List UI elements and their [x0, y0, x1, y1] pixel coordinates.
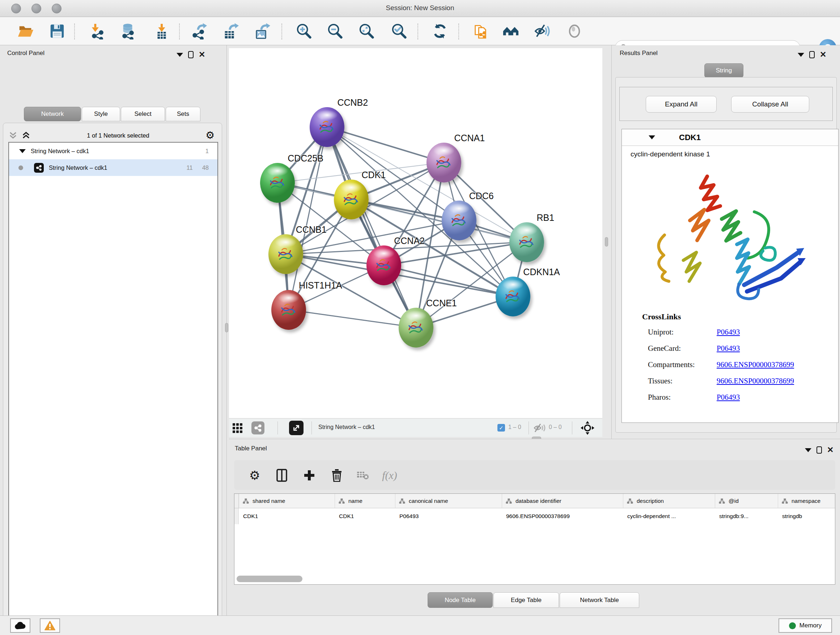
export-table-icon[interactable]: [221, 22, 240, 41]
horizontal-scrollbar[interactable]: [237, 576, 302, 582]
tree-row-collection[interactable]: String Network – cdk11: [9, 143, 218, 159]
close-panel-icon[interactable]: ✕: [820, 51, 826, 58]
hidden-eye-icon[interactable]: [534, 423, 546, 432]
table-cell[interactable]: stringdb:9...: [715, 508, 778, 524]
network-node-HIST1H1A[interactable]: [271, 290, 306, 330]
node-table[interactable]: shared namenamecanonical namedatabase id…: [234, 494, 835, 585]
table-settings-gear-icon[interactable]: ⚙: [247, 467, 263, 483]
zoom-out-icon[interactable]: [325, 22, 344, 41]
expand-all-button[interactable]: Expand All: [646, 96, 717, 112]
export-network-icon[interactable]: [190, 22, 209, 41]
save-session-icon[interactable]: [48, 22, 66, 41]
open-in-new-window-icon[interactable]: [289, 421, 303, 435]
table-cell[interactable]: 9606.ENSP00000378699: [502, 508, 623, 524]
selected-nodes-checkbox[interactable]: ✓: [497, 424, 505, 432]
network-edges[interactable]: [229, 48, 602, 418]
show-columns-icon[interactable]: [274, 467, 290, 483]
tab-select[interactable]: Select: [121, 107, 165, 121]
tab-node-table[interactable]: Node Table: [428, 592, 493, 608]
export-image-icon[interactable]: [253, 22, 271, 41]
column-header-namespace[interactable]: namespace: [778, 494, 835, 508]
hide-selected-icon[interactable]: [533, 22, 552, 41]
birdseye-grid-icon[interactable]: [233, 423, 242, 433]
delete-column-icon[interactable]: [329, 467, 345, 483]
table-cell[interactable]: stringdb: [778, 508, 835, 524]
crosslink-link[interactable]: P06493: [717, 344, 740, 353]
cloud-button[interactable]: [10, 618, 30, 633]
crosslink-row: Uniprot:P06493: [648, 328, 740, 337]
network-state-icon: [19, 165, 23, 170]
tab-style[interactable]: Style: [82, 107, 120, 121]
network-share-icon[interactable]: [251, 421, 264, 434]
import-network-database-icon[interactable]: [119, 22, 138, 41]
delete-table-icon[interactable]: [355, 467, 371, 483]
node-gloss: [448, 203, 470, 214]
table-cell[interactable]: CDK1: [335, 508, 395, 524]
network-canvas[interactable]: CCNB2CCNA1CDC25BCDK1CDC6RB1CCNB1CCNA2CDK…: [229, 48, 602, 418]
zoom-in-icon[interactable]: [294, 22, 313, 41]
collapse-all-button[interactable]: Collapse All: [731, 96, 809, 112]
table-cell[interactable]: P06493: [395, 508, 502, 524]
network-node-CDK1[interactable]: [334, 180, 369, 219]
collapse-protein-icon[interactable]: [649, 135, 655, 139]
column-header-shared-name[interactable]: shared name: [239, 494, 335, 508]
column-header-database-identifier[interactable]: database identifier: [502, 494, 623, 508]
float-panel-icon[interactable]: [816, 447, 822, 454]
crosslink-link[interactable]: 9606.ENSP00000378699: [717, 360, 794, 369]
warnings-button[interactable]: [40, 618, 60, 633]
collapse-panel-icon[interactable]: [177, 53, 183, 57]
tree-row-network[interactable]: String Network – cdk11148: [9, 159, 218, 176]
expand-all-icon[interactable]: [21, 131, 31, 140]
zoom-selected-icon[interactable]: [390, 22, 409, 41]
crosshair-icon[interactable]: [581, 421, 594, 435]
refresh-icon[interactable]: [431, 22, 449, 41]
float-panel-icon[interactable]: [809, 51, 815, 58]
network-node-CDC6[interactable]: [442, 201, 477, 241]
tab-edge-table[interactable]: Edge Table: [493, 592, 559, 608]
network-node-CCNA2[interactable]: [366, 245, 401, 285]
column-header--id[interactable]: @id: [715, 494, 778, 508]
houses-icon[interactable]: [501, 22, 520, 41]
network-node-RB1[interactable]: [509, 222, 544, 262]
float-panel-icon[interactable]: [188, 51, 194, 58]
column-header-description[interactable]: description: [623, 494, 715, 508]
new-network-from-selection-icon[interactable]: [471, 22, 490, 41]
network-node-CCNB2[interactable]: [309, 107, 344, 147]
crosslink-link[interactable]: 9606.ENSP00000378699: [717, 377, 794, 386]
collapse-all-icon[interactable]: [8, 131, 18, 140]
close-panel-icon[interactable]: ✕: [199, 51, 205, 58]
crosslink-label: Tissues:: [648, 377, 717, 386]
tab-network[interactable]: Network: [24, 107, 81, 121]
import-network-file-icon[interactable]: [88, 22, 107, 41]
tab-network-table[interactable]: Network Table: [560, 592, 639, 608]
network-node-CCNA1[interactable]: [426, 143, 461, 182]
network-options-gear-icon[interactable]: ⚙: [205, 130, 215, 141]
network-node-CCNE1[interactable]: [399, 308, 433, 348]
protein-header-row[interactable]: CDK1: [622, 129, 838, 146]
show-all-icon[interactable]: [565, 22, 584, 41]
table-cell[interactable]: cyclin-dependent ...: [623, 508, 715, 524]
tab-sets[interactable]: Sets: [166, 107, 201, 121]
left-splitter-handle[interactable]: [225, 323, 228, 333]
zoom-fit-icon[interactable]: [357, 22, 376, 41]
tab-string[interactable]: String: [704, 63, 744, 78]
close-panel-icon[interactable]: ✕: [827, 447, 834, 454]
add-column-icon[interactable]: [302, 467, 317, 483]
right-splitter-handle[interactable]: [605, 237, 608, 247]
collapse-collection-icon[interactable]: [19, 149, 26, 153]
collapse-panel-icon[interactable]: [805, 448, 812, 452]
network-node-CDC25B[interactable]: [260, 163, 295, 203]
open-session-icon[interactable]: [16, 22, 35, 41]
crosslink-link[interactable]: P06493: [717, 328, 740, 337]
column-header-canonical-name[interactable]: canonical name: [395, 494, 502, 508]
column-header-name[interactable]: name: [335, 494, 395, 508]
function-builder-icon[interactable]: f(x): [382, 467, 398, 483]
table-row[interactable]: CDK1CDK1P064939606.ENSP00000378699cyclin…: [234, 508, 835, 524]
collapse-panel-icon[interactable]: [798, 53, 804, 57]
network-node-CCNB1[interactable]: [268, 234, 303, 274]
network-node-CDKN1A[interactable]: [496, 277, 531, 317]
memory-button[interactable]: Memory: [778, 618, 832, 633]
crosslink-link[interactable]: P06493: [717, 393, 740, 402]
table-cell[interactable]: CDK1: [239, 508, 335, 524]
import-table-icon[interactable]: [152, 22, 171, 41]
